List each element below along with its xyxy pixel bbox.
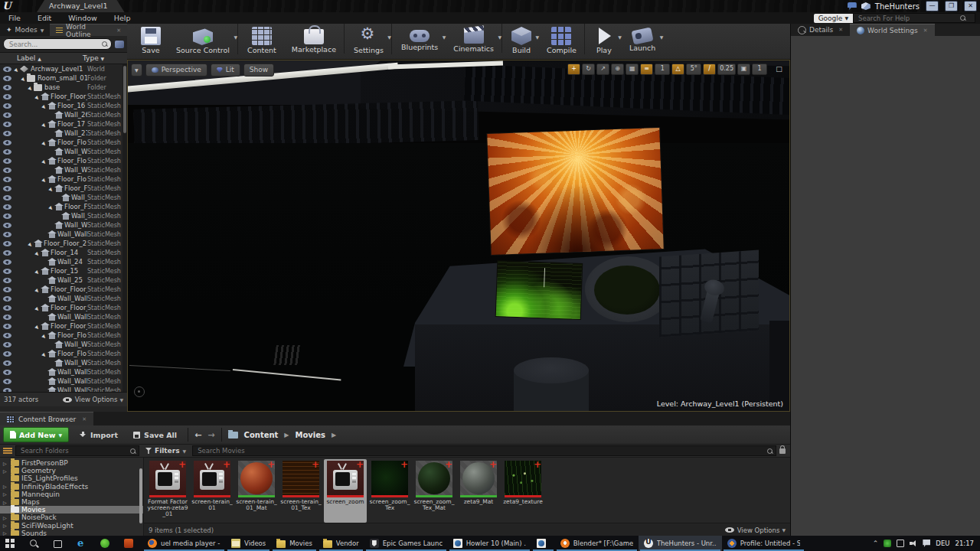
visibility-eye-icon[interactable] xyxy=(3,333,11,338)
cb-view-options[interactable]: View Options xyxy=(737,527,780,534)
taskbar-item[interactable]: Movies xyxy=(271,536,318,551)
folder-row[interactable]: ▷ SciFiWeapLight xyxy=(0,522,143,530)
marketplace-cube-icon[interactable] xyxy=(861,2,871,10)
outliner-row[interactable]: ▼ Floor_Flo StaticMesh xyxy=(0,349,127,358)
visibility-eye-icon[interactable] xyxy=(3,204,11,210)
visibility-eye-icon[interactable] xyxy=(3,296,11,302)
camera-speed-button[interactable]: ▣ xyxy=(737,64,750,75)
viewport-options-button[interactable]: ▼ xyxy=(131,64,142,77)
outliner-row[interactable]: ▼ Floor_Floor_ StaticMesh xyxy=(0,321,127,331)
tab-content-browser[interactable]: Content Browser✕ xyxy=(0,412,93,425)
visibility-eye-icon[interactable] xyxy=(3,315,11,320)
taskbar-item[interactable] xyxy=(119,536,142,551)
toolbar-button[interactable]: Build ▼ xyxy=(504,24,539,54)
folder-row[interactable]: ▷ NoisePack xyxy=(0,514,143,521)
keyboard-language[interactable]: DEU xyxy=(936,540,949,547)
expand-arrow-icon[interactable]: ▷ xyxy=(3,500,8,505)
visibility-eye-icon[interactable] xyxy=(3,259,11,265)
outliner-row[interactable]: ▼ Floor_Floor_ StaticMesh xyxy=(0,303,127,312)
volume-icon[interactable] xyxy=(910,540,917,547)
level-tab[interactable]: Archway_Level1 xyxy=(37,0,125,12)
feedback-icon[interactable] xyxy=(848,2,857,10)
show-button[interactable]: Show xyxy=(243,64,274,77)
toolbar-button[interactable]: Blueprints ▼ xyxy=(394,24,446,51)
toolbar-button[interactable]: Save ▼ xyxy=(133,24,168,54)
3d-viewport[interactable]: ▼ Perspective Lit Show + ↻ ↗ ⊕ ▦ ≡ 1 △ 5… xyxy=(127,60,790,412)
toolbar-button[interactable]: Source Control ▼ xyxy=(168,24,238,54)
tray-app-icon[interactable] xyxy=(884,540,891,547)
visibility-eye-icon[interactable] xyxy=(3,379,11,384)
tray-display-icon[interactable] xyxy=(897,540,904,547)
visibility-eye-icon[interactable] xyxy=(3,287,11,292)
expand-arrow-icon[interactable]: ▷ xyxy=(3,491,8,497)
outliner-options-icon[interactable] xyxy=(115,41,124,48)
folder-row[interactable]: ▷ IES_LightProfiles xyxy=(0,474,143,482)
taskbar-item[interactable]: Vendor xyxy=(318,536,364,551)
outliner-row[interactable]: ▼ Wall_W StaticMesh xyxy=(0,147,127,156)
visibility-eye-icon[interactable] xyxy=(3,94,11,99)
tray-expand-icon[interactable]: ⌃ xyxy=(873,540,879,547)
breadcrumb-movies[interactable]: Movies xyxy=(296,431,326,439)
folder-row[interactable]: ▷ Mannequin xyxy=(0,491,143,498)
grid-snap-button[interactable]: ≡ xyxy=(640,64,653,75)
minimize-button[interactable]: — xyxy=(926,1,939,11)
taskbar-item[interactable]: Videos xyxy=(226,536,271,551)
outliner-row[interactable]: ▼ Archway_Level1 World xyxy=(0,64,127,73)
visibility-eye-icon[interactable] xyxy=(3,214,11,219)
outliner-row[interactable]: ▼ Wall_Wall10 StaticMesh xyxy=(0,386,127,392)
scale-tool-button[interactable]: ↗ xyxy=(596,64,609,75)
toolbar-button[interactable]: Marketplace ▼ xyxy=(284,24,345,54)
visibility-eye-icon[interactable] xyxy=(3,158,11,164)
toolbar-button[interactable]: Settings ▼ xyxy=(346,24,392,54)
taskbar-item[interactable] xyxy=(47,536,71,551)
visibility-eye-icon[interactable] xyxy=(3,103,11,109)
back-button[interactable]: ← xyxy=(194,430,201,440)
toolbar-button[interactable]: Launch ▼ xyxy=(622,24,663,52)
asset-tile[interactable]: Format Factoryscreen-zeta9_01 xyxy=(146,459,189,523)
visibility-eye-icon[interactable] xyxy=(3,241,11,246)
visibility-eye-icon[interactable] xyxy=(3,250,11,256)
outliner-row[interactable]: ▼ Floor_Floor_2 StaticMesh xyxy=(0,239,127,248)
notifications-icon[interactable] xyxy=(923,540,930,547)
visibility-eye-icon[interactable] xyxy=(3,305,11,311)
outliner-row[interactable]: ▼ Wall_W StaticMesh xyxy=(0,220,127,230)
outliner-row[interactable]: ▼ Floor_F StaticMesh xyxy=(0,202,127,211)
taskbar-item[interactable] xyxy=(0,536,24,551)
menu-item[interactable]: Window xyxy=(60,14,105,22)
breadcrumb-content[interactable]: Content xyxy=(244,431,279,439)
taskbar-item[interactable] xyxy=(95,536,119,551)
forward-button[interactable]: → xyxy=(207,430,214,440)
visibility-eye-icon[interactable] xyxy=(3,324,11,329)
import-button[interactable]: Import xyxy=(75,431,122,439)
outliner-search-input[interactable] xyxy=(8,40,100,49)
visibility-eye-icon[interactable] xyxy=(3,186,11,191)
outliner-row[interactable]: ▼ Floor_15 StaticMesh xyxy=(0,266,127,276)
outliner-row[interactable]: ▼ Wall_Wall StaticMesh xyxy=(0,367,127,377)
dropdown-caret-icon[interactable]: ▼ xyxy=(234,34,237,40)
visibility-eye-icon[interactable] xyxy=(3,223,11,228)
add-new-button[interactable]: Add New▼ xyxy=(3,427,69,442)
visibility-eye-icon[interactable] xyxy=(3,149,11,155)
taskbar-item[interactable] xyxy=(71,536,95,551)
taskbar-item[interactable]: Epic Games Launc... xyxy=(364,536,448,551)
outliner-row[interactable]: ▼ Floor_Flo StaticMesh xyxy=(0,174,127,184)
grid-snap-value[interactable]: 1 xyxy=(655,64,670,75)
outliner-row[interactable]: ▼ Floor_F StaticMesh xyxy=(0,184,127,193)
folder-tree-scrollbar[interactable] xyxy=(139,468,142,523)
taskbar-item[interactable]: uel media player - ... xyxy=(142,536,226,551)
asset-tile[interactable]: screen_zoom_Tex_Mat xyxy=(413,459,456,523)
visibility-eye-icon[interactable] xyxy=(3,232,11,237)
outliner-row[interactable]: ▼ Floor_Flo StaticMesh xyxy=(0,156,127,165)
scale-snap-button[interactable]: / xyxy=(703,64,716,75)
help-search-input[interactable] xyxy=(857,14,958,23)
outliner-view-options[interactable]: View Options xyxy=(75,396,118,403)
outliner-row[interactable]: ▼ Floor_Flo StaticMesh xyxy=(0,331,127,340)
search-folders-input[interactable] xyxy=(19,446,128,455)
asset-tile[interactable]: zeta9_Mat xyxy=(457,459,500,523)
visibility-eye-icon[interactable] xyxy=(3,67,11,72)
outliner-row[interactable]: ▼ base Folder xyxy=(0,83,127,92)
filters-button[interactable]: Filters▼ xyxy=(139,447,192,455)
asset-tile[interactable]: screen_zoom xyxy=(324,459,367,523)
search-engine-selector[interactable]: Google▼ xyxy=(814,14,853,23)
folder-row[interactable]: ▷ Geometry xyxy=(0,467,143,474)
